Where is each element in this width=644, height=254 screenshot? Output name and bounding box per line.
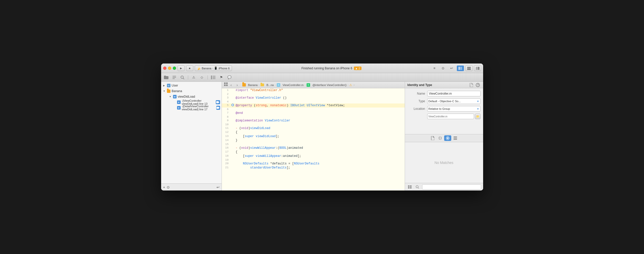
sidebar: ▶ U User ▼ Banana ▼ [161,82,222,190]
type-label: Type [407,99,425,103]
svg-rect-33 [410,187,412,188]
user-folder-icon: U [167,83,171,88]
add-item-button[interactable]: + [163,185,165,189]
type-select[interactable]: Default - Objective-C So... ▼ [427,98,481,104]
play-button[interactable]: ▶ [178,66,185,71]
name-input[interactable] [427,91,481,96]
right-panel-btn[interactable] [474,66,481,71]
bookmark-icon[interactable]: ◇ [199,75,204,80]
svg-rect-8 [173,78,175,79]
breadcrumb-folder[interactable]: B...na [266,83,274,87]
minimize-button[interactable] [168,67,171,70]
svg-rect-29 [454,139,457,140]
message-icon[interactable]: 💬 [227,75,232,80]
badge-2 [216,106,220,110]
code-editor[interactable]: 1 #import "ViewController.h" 2 3 @interf… [222,88,405,190]
breadcrumb-interface[interactable]: @interface ViewController() [312,83,347,87]
expand-arrow-banana: ▼ [163,90,167,92]
breadcrumb-chevron[interactable]: › [354,84,354,86]
banana-folder-icon [167,89,171,93]
sidebar-item-banana[interactable]: ▼ Banana [161,88,222,94]
back-icon[interactable]: ↩ [448,66,455,71]
breadcrumb-file-icon: m [276,83,281,87]
dvc-method-icon: M [177,106,181,110]
code-line-7: 7 @end [222,111,405,115]
forward-nav-button[interactable]: › [234,82,240,88]
insp-tab-list[interactable] [452,135,459,141]
left-panel-btn[interactable] [457,66,464,71]
breadcrumb-banana[interactable]: Banana [248,83,258,87]
name-field-row: Name [407,91,481,96]
back-nav-button[interactable]: ‹ [228,82,234,88]
insp-tab-circle[interactable] [444,135,451,141]
svg-rect-30 [408,185,410,187]
code-line-4: 4 [222,100,405,103]
svg-rect-27 [454,137,457,137]
inspector-search-btn[interactable] [415,184,420,190]
filter-button[interactable]: ⊙ [167,185,170,189]
svg-rect-2 [467,67,471,69]
banana-label: Banana [172,89,182,93]
compass-icon[interactable]: ⊙ [440,66,447,71]
options-button[interactable]: ↩ [217,185,220,189]
code-line-3: 3 @interface ViewController () [222,96,405,100]
breadcrumb-warnings: ⚠ [349,83,352,87]
search-icon[interactable] [180,75,185,80]
titlebar-right-controls: ≡ ⊙ ↩ [431,66,481,71]
svg-rect-20 [226,82,228,84]
inspector-grid-btn[interactable] [407,184,413,190]
editor-breadcrumb: ‹ › Banana › B...na › m ViewController.m… [222,82,405,88]
badge-1 [216,100,220,104]
vc-method-icon: M [177,100,181,104]
inspector-header-buttons: ? [468,83,481,87]
svg-rect-14 [212,77,216,78]
code-line-8: 8 [222,115,405,119]
code-line-16: 16 - (void)viewWillAppear:(BOOL)animated [222,146,405,150]
svg-point-26 [447,137,448,139]
align-icon[interactable]: ≡ [431,66,438,71]
inspector-search-input[interactable] [422,184,481,189]
code-line-17: 17 { [222,150,405,154]
code-line-2: 2 [222,92,405,96]
location-field-row: Location Relative to Group ▼ [407,106,481,112]
location-label: Location [407,107,425,111]
svg-rect-12 [212,76,216,76]
list-icon[interactable] [211,75,216,80]
breadcrumb-class-icon: C [306,83,310,87]
code-line-14: 14 } [222,138,405,142]
maximize-button[interactable] [173,67,176,70]
svg-rect-28 [454,138,457,138]
breadcrumb-file[interactable]: ViewController.m [283,83,304,87]
scheme-selector[interactable]: 🍌 Banana › 📱 iPhone 6 [195,66,232,71]
symbol-icon[interactable] [172,75,177,80]
svg-marker-17 [216,101,219,103]
filepath-browse-btn[interactable]: 📁 [475,114,481,119]
location-select[interactable]: Relative to Group ▼ [427,106,481,112]
sidebar-tree: ▶ U User ▼ Banana ▼ [161,82,222,183]
type-field-row: Type Default - Objective-C So... ▼ [407,98,481,104]
svg-line-10 [183,78,184,79]
stop-button[interactable]: ■ [186,66,193,71]
insp-tab-braces[interactable]: {} [437,135,444,141]
expand-arrow-viewdidload: ▼ [169,95,173,98]
insp-tab-file[interactable] [429,135,436,141]
warning-icon[interactable]: ⚠ [191,75,196,80]
bottom-panel-btn[interactable] [465,66,473,71]
sidebar-item-viewdidload[interactable]: ▼ M viewDidLoad [161,94,222,99]
close-button[interactable] [163,67,166,70]
flag-icon[interactable]: ⚑ [219,75,224,80]
code-line-11: 11 - (void)viewDidLoad [222,126,405,130]
sidebar-item-dvc-viewdidload[interactable]: ▶ M -[DetailViewController viewDidLoad] … [161,105,222,111]
inspector-file-btn[interactable] [468,83,474,87]
toolbar-separator-2 [207,75,208,79]
svg-point-34 [416,185,418,188]
sidebar-item-vc-viewdidload[interactable]: ▶ M -[ViewController viewDidLoad] line 1… [161,99,222,105]
svg-rect-19 [224,82,226,84]
code-line-1: 1 #import "ViewController.h" [222,88,405,92]
folder-icon[interactable] [164,75,169,80]
grid-icon[interactable] [224,82,228,86]
expand-arrow-user: ▶ [163,84,167,87]
inspector-help-btn[interactable]: ? [475,83,481,87]
user-label: User [172,84,178,87]
sidebar-item-user[interactable]: ▶ U User [161,83,222,88]
